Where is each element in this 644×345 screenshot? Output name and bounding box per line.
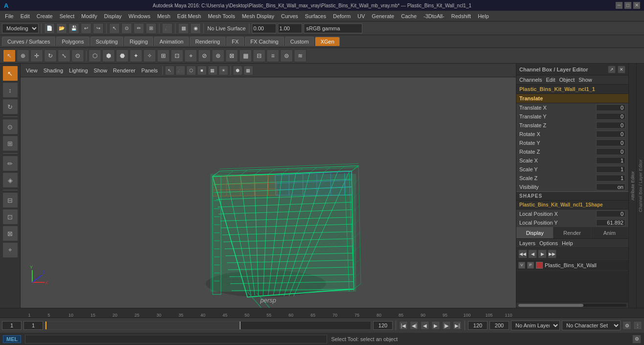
tab-rendering[interactable]: Rendering (190, 37, 225, 46)
vp-menu-show[interactable]: Show (91, 67, 110, 74)
xgen-icon-11[interactable]: ⊠ (225, 49, 238, 62)
maximize-button[interactable]: □ (624, 2, 631, 9)
vp-menu-shading[interactable]: Shading (41, 67, 66, 74)
lasso-sidebar[interactable]: ⊙ (2, 119, 18, 135)
xgen-icon-16[interactable]: ≋ (294, 49, 307, 62)
vp-menu-panels[interactable]: Panels (139, 67, 160, 74)
layer-color-swatch[interactable] (536, 262, 543, 269)
timeline-range-end-field[interactable] (468, 321, 488, 330)
minimize-button[interactable]: ─ (616, 2, 622, 9)
xgen-icon-2[interactable]: ⬢ (102, 49, 115, 62)
cb-float-button[interactable]: ↗ (608, 66, 616, 73)
menu-file[interactable]: File (2, 12, 17, 20)
layer-item[interactable]: V P Plastic_Bins_Kit_Wall (516, 260, 628, 271)
timeline-end-field[interactable] (373, 321, 393, 330)
marquee-sidebar[interactable]: ⊞ (2, 136, 18, 151)
grid-button[interactable]: ▦ (178, 23, 189, 34)
layer-tab-display[interactable]: Display (516, 227, 554, 238)
anim-layer-dropdown[interactable]: No Anim Layer (511, 321, 560, 330)
status-options-button[interactable]: ⚙ (632, 335, 641, 344)
timeline-track[interactable] (45, 321, 371, 330)
select-mode-button[interactable]: ↖ (109, 23, 120, 34)
new-file-button[interactable]: 📄 (44, 23, 55, 34)
pb-step-back[interactable]: ◀| (410, 321, 419, 330)
tab-curves-surfaces[interactable]: Curves / Surfaces (2, 37, 55, 46)
vp-menu-view[interactable]: View (23, 67, 40, 74)
snap-point-sidebar[interactable]: ⊡ (2, 209, 18, 225)
save-file-button[interactable]: 💾 (68, 23, 79, 34)
layer-menu-help[interactable]: Help (562, 240, 573, 246)
menu-windows[interactable]: Windows (126, 12, 154, 20)
menu-help[interactable]: Help (475, 12, 492, 20)
artisan-sidebar[interactable]: ◈ (2, 172, 18, 188)
layer-tab-anim[interactable]: Anim (591, 227, 628, 238)
vp-menu-renderer[interactable]: Renderer (111, 67, 138, 74)
pb-play-back[interactable]: ◀ (421, 321, 429, 330)
layer-scroll-start[interactable]: ◀◀ (518, 250, 527, 258)
scale-tool-button[interactable]: ⤡ (58, 49, 70, 62)
xgen-icon-10[interactable]: ⊛ (212, 49, 224, 62)
snap-button[interactable]: ⊞ (146, 23, 156, 34)
redo-button[interactable]: ↪ (93, 23, 104, 34)
vp-textured-btn[interactable]: ▦ (208, 66, 218, 75)
select-tool-button[interactable]: ↖ (3, 49, 16, 62)
tab-custom[interactable]: Custom (285, 37, 314, 46)
tab-polygons[interactable]: Polygons (56, 37, 89, 46)
xgen-icon-13[interactable]: ⊟ (253, 49, 266, 62)
layer-menu-layers[interactable]: Layers (519, 240, 535, 246)
vp-wireframe-btn[interactable]: ⬡ (186, 66, 196, 75)
paint-button[interactable]: ✏ (133, 23, 144, 34)
cb-menu-show[interactable]: Show (578, 77, 592, 83)
renderer-button[interactable]: ◉ (190, 23, 201, 34)
menu-redshift[interactable]: Redshift (448, 12, 474, 20)
tab-fx[interactable]: FX (226, 37, 244, 46)
channel-box-side-tab[interactable]: Channel Box / Layer Editor (636, 64, 644, 308)
menu-edit[interactable]: Edit (18, 12, 33, 20)
layer-scroll-next[interactable]: ▶ (538, 250, 547, 258)
layer-scroll-end[interactable]: ▶▶ (548, 250, 556, 258)
menu-modify[interactable]: Modify (78, 12, 100, 20)
tab-rigging[interactable]: Rigging (124, 37, 153, 46)
vp-grid-btn[interactable]: ▩ (244, 66, 253, 75)
layer-menu-options[interactable]: Options (539, 240, 558, 246)
scrollbar-thumb[interactable] (518, 304, 583, 307)
menu-3dto-all[interactable]: -3DtoAll- (421, 12, 447, 20)
select-tool-sidebar[interactable]: ↖ (2, 66, 18, 81)
menu-select[interactable]: Select (57, 12, 78, 20)
cb-close-button[interactable]: ✕ (618, 66, 625, 73)
menu-deform[interactable]: Deform (330, 12, 354, 20)
mel-label[interactable]: MEL (3, 335, 21, 343)
xgen-icon-8[interactable]: ⌖ (184, 49, 197, 62)
timeline-current-field[interactable] (23, 321, 43, 330)
tab-animation[interactable]: Animation (154, 37, 189, 46)
xgen-icon-15[interactable]: ⊜ (280, 49, 293, 62)
timeline-start-field[interactable] (2, 321, 22, 330)
layer-scrollbar[interactable] (516, 302, 628, 308)
xgen-icon-4[interactable]: ✦ (130, 49, 142, 62)
char-set-options[interactable]: ⚙ (622, 321, 631, 330)
camera-button[interactable]: 🎥 (162, 23, 173, 34)
menu-create[interactable]: Create (34, 12, 56, 20)
layer-tab-render[interactable]: Render (554, 227, 591, 238)
vp-shaded-btn[interactable]: ■ (197, 66, 207, 75)
menu-generate[interactable]: Generate (369, 12, 397, 20)
tab-sculpting[interactable]: Sculpting (90, 37, 123, 46)
pb-step-fwd[interactable]: |▶ (442, 321, 451, 330)
open-file-button[interactable]: 📂 (56, 23, 67, 34)
char-set-dropdown[interactable]: No Character Set (562, 321, 621, 330)
vp-camera-btn[interactable]: 🎥 (176, 66, 185, 75)
menu-uv[interactable]: UV (355, 12, 368, 20)
pb-play-fwd[interactable]: ▶ (431, 321, 440, 330)
xgen-icon-3[interactable]: ⬣ (116, 49, 129, 62)
xgen-icon-9[interactable]: ⊘ (198, 49, 211, 62)
snap-grid-sidebar[interactable]: ⊟ (2, 192, 18, 208)
menu-mesh-tools[interactable]: Mesh Tools (205, 12, 238, 20)
layer-scroll-prev[interactable]: ◀ (528, 250, 537, 258)
show-manip-tool[interactable]: ⊙ (71, 49, 84, 62)
menu-cache[interactable]: Cache (398, 12, 420, 20)
cb-menu-object[interactable]: Object (559, 77, 575, 83)
layer-v-toggle[interactable]: V (518, 262, 525, 269)
gamma-field[interactable] (252, 23, 276, 33)
move-sidebar[interactable]: ↕ (2, 82, 18, 98)
pb-go-end[interactable]: ▶| (453, 321, 462, 330)
